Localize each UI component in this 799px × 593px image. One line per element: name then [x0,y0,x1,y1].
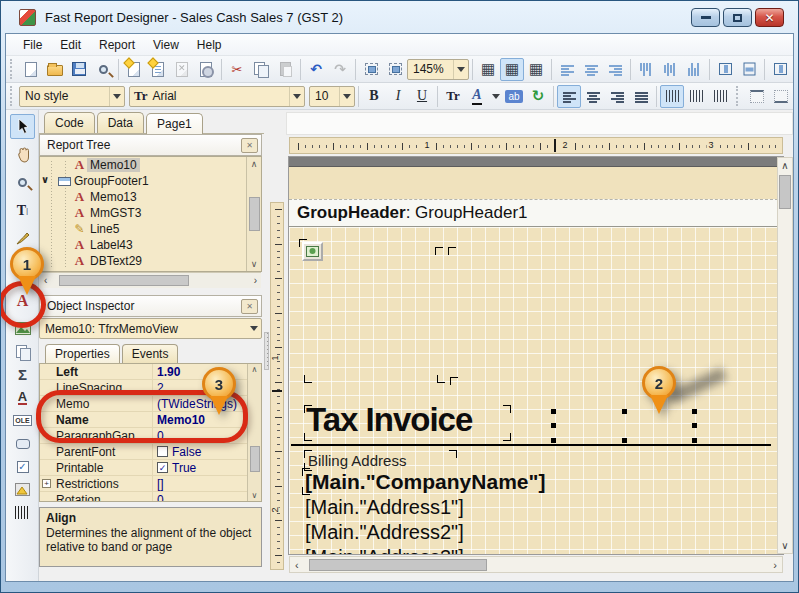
property-row-printable[interactable]: Printable ✓True [40,460,261,476]
tab-page1[interactable]: Page1 [146,113,203,134]
header-line-object[interactable] [291,444,771,446]
align-bottoms-button[interactable] [682,58,706,81]
title-bar[interactable]: Fast Report Designer - Sales Cash Sales … [1,1,798,33]
tree-item-mmgst3[interactable]: A MmGST3 [40,205,261,221]
new-page-button[interactable] [122,58,146,81]
ungroup-button[interactable] [383,58,407,81]
size-dropdown-button[interactable] [339,87,354,106]
menu-file[interactable]: File [14,36,51,54]
font-size-combo[interactable]: 10 [309,86,355,107]
zoom-dropdown-button[interactable] [453,60,468,79]
minimize-button[interactable] [691,8,720,27]
font-color-button[interactable]: A [465,85,489,108]
align-lefts-button[interactable] [555,58,579,81]
bold-button[interactable]: B [362,85,386,108]
scroll-down-icon[interactable]: ∨ [781,540,788,551]
show-grid-button[interactable]: ▦ [476,58,500,81]
copy-button[interactable] [249,58,273,81]
object-selector-combo[interactable]: Memo10: TfrxMemoView [39,318,262,339]
selection-handle[interactable] [551,438,556,443]
select-tool[interactable] [10,114,35,139]
property-row-rotation[interactable]: Rotation 0 [40,492,261,502]
property-vertical-scrollbar[interactable]: ∧ ∨ [247,364,261,501]
tree-item-line5[interactable]: ✎ Line5 [40,221,261,237]
tax-invoice-memo[interactable]: Tax Invoice [306,401,472,439]
zoom-combo[interactable]: 145% [407,59,469,80]
chart-object-tool[interactable] [10,477,35,502]
selection-handle[interactable] [692,438,697,443]
toolbar-grip[interactable] [10,59,15,79]
space-vertically-button[interactable] [737,58,761,81]
tab-data[interactable]: Data [97,112,144,133]
open-report-button[interactable] [43,58,67,81]
ole-object-tool[interactable]: OLE [10,408,35,433]
address3-field[interactable]: [Main."Address3"] [305,546,464,554]
delete-page-button[interactable] [170,58,194,81]
italic-button[interactable]: I [386,85,410,108]
scrollbar-thumb[interactable] [779,175,791,209]
tree-horizontal-scrollbar[interactable]: ‹ › [40,272,261,288]
object-inspector-close-button[interactable]: ✕ [241,299,258,314]
save-report-button[interactable] [67,58,91,81]
scrollbar-thumb[interactable] [250,446,260,472]
address2-field[interactable]: [Main."Address2"] [305,521,464,544]
align-tops-button[interactable] [634,58,658,81]
zoom-tool[interactable] [10,170,35,195]
tree-item-dbtext29[interactable]: A DBText29 [40,253,261,269]
property-row-parentfont[interactable]: ParentFont False [40,444,261,460]
tree-item-groupfooter1[interactable]: ∨ GroupFooter1 [40,173,261,189]
tree-item-memo13[interactable]: A Memo13 [40,189,261,205]
design-vertical-scrollbar[interactable]: ∧ ∨ [777,157,793,554]
selection-handle[interactable] [551,423,556,428]
selection-handle[interactable] [692,409,697,414]
menu-view[interactable]: View [144,36,188,54]
style-combo[interactable]: No style [19,86,125,107]
sum-object-tool[interactable]: Σ [10,362,35,387]
group-header-band[interactable]: GroupHeader: GroupHeader1 [289,199,783,227]
align-left-button[interactable] [557,85,581,108]
expander-icon[interactable]: ∨ [41,174,49,185]
expand-icon[interactable]: + [42,479,51,488]
align-center-button[interactable] [581,85,605,108]
scroll-up-icon[interactable]: ∧ [781,160,788,171]
highlight-button[interactable]: ab [502,85,526,108]
page-settings-button[interactable] [194,58,218,81]
selection-handle[interactable] [692,423,697,428]
maximize-button[interactable] [723,8,752,27]
tab-events[interactable]: Events [122,344,179,363]
property-value[interactable]: [] [152,476,261,491]
undo-button[interactable]: ↶ [304,58,328,81]
object-dropdown-button[interactable] [246,319,261,338]
font-color-dropdown[interactable] [489,85,502,108]
toolbar-grip[interactable] [736,86,741,106]
hand-tool[interactable] [10,142,35,167]
scrollbar-thumb[interactable] [249,197,260,231]
align-rights-button[interactable] [603,58,627,81]
align-to-grid-button[interactable]: ▦ [500,58,524,81]
selection-handle[interactable] [551,409,556,414]
font-settings-button[interactable]: Tr [441,85,465,108]
property-value[interactable]: 0 [152,492,261,502]
preview-button[interactable] [91,58,115,81]
new-dialog-page-button[interactable] [146,58,170,81]
tab-properties[interactable]: Properties [45,344,120,363]
text-rotation-button[interactable]: ↻ [526,85,550,108]
space-horizontally-button[interactable] [713,58,737,81]
company-name-field[interactable]: [Main."CompanyName"] [305,470,545,494]
valign-top-button[interactable] [660,85,684,108]
paste-button[interactable] [273,58,297,81]
fit-to-grid-button[interactable]: ▦ [524,58,548,81]
scroll-right-icon[interactable]: › [773,559,777,571]
selection-handle[interactable] [622,409,627,414]
toolbar-grip[interactable] [10,86,15,106]
report-tree-close-button[interactable]: ✕ [241,138,258,153]
barcode-object-tool[interactable] [10,500,35,525]
tab-code[interactable]: Code [44,112,95,133]
splitter-grip-icon[interactable] [264,332,269,370]
redo-button[interactable]: ↷ [328,58,352,81]
cut-button[interactable]: ✂ [225,58,249,81]
valign-bottom-button[interactable] [708,85,732,108]
frame-bottom-button[interactable] [769,85,793,108]
tree-item-memo10[interactable]: A Memo10 [40,157,261,173]
close-button[interactable]: ✕ [755,8,784,27]
